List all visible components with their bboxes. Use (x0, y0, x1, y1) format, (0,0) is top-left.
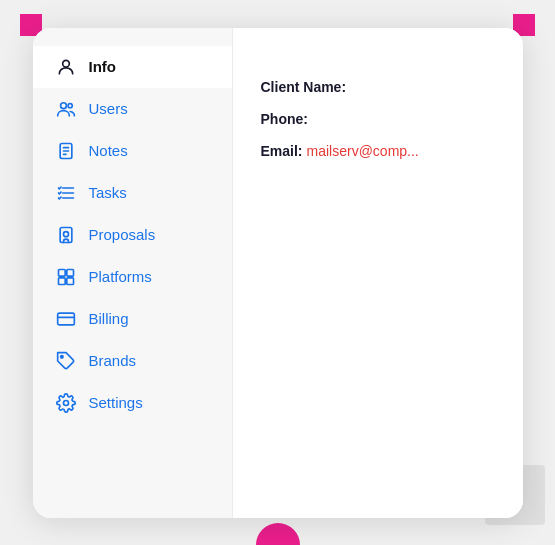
svg-rect-12 (58, 269, 65, 276)
svg-rect-10 (60, 227, 72, 242)
sidebar-item-settings[interactable]: Settings (33, 382, 232, 424)
svg-point-19 (63, 400, 68, 405)
sidebar-item-label-notes: Notes (89, 142, 128, 159)
sidebar-item-notes[interactable]: Notes (33, 130, 232, 172)
sidebar-item-label-users: Users (89, 100, 128, 117)
sidebar-item-info[interactable]: Info (33, 46, 232, 88)
svg-point-0 (62, 60, 69, 67)
svg-rect-13 (66, 269, 73, 276)
notes-icon (55, 140, 77, 162)
sidebar-item-proposals[interactable]: Proposals (33, 214, 232, 256)
svg-point-2 (68, 103, 72, 107)
users-icon (55, 98, 77, 120)
billing-icon (55, 308, 77, 330)
field-value-2: mailserv@comp... (307, 143, 419, 159)
sidebar-item-label-platforms: Platforms (89, 268, 152, 285)
tasks-icon (55, 182, 77, 204)
field-row-2: Email:mailserv@comp... (261, 142, 495, 160)
sidebar: InfoUsersNotesTasksProposalsPlatformsBil… (33, 28, 233, 518)
settings-icon (55, 392, 77, 414)
svg-rect-14 (58, 277, 65, 284)
sidebar-item-label-billing: Billing (89, 310, 129, 327)
svg-rect-16 (57, 313, 74, 325)
sidebar-item-label-proposals: Proposals (89, 226, 156, 243)
person-icon (55, 56, 77, 78)
field-label-1: Phone: (261, 111, 308, 127)
sidebar-item-users[interactable]: Users (33, 88, 232, 130)
svg-point-11 (63, 231, 68, 236)
svg-point-1 (60, 102, 66, 108)
sidebar-item-label-tasks: Tasks (89, 184, 127, 201)
field-label-2: Email: (261, 143, 303, 159)
sidebar-item-label-settings: Settings (89, 394, 143, 411)
platforms-icon (55, 266, 77, 288)
decorative-semi-bottom (256, 523, 300, 545)
app-container: InfoUsersNotesTasksProposalsPlatformsBil… (33, 28, 523, 518)
svg-rect-15 (66, 277, 73, 284)
svg-point-18 (60, 355, 63, 358)
field-label-0: Client Name: (261, 79, 347, 95)
main-content: Client Name:Phone:Email:mailserv@comp... (233, 28, 523, 518)
sidebar-item-label-brands: Brands (89, 352, 137, 369)
sidebar-item-platforms[interactable]: Platforms (33, 256, 232, 298)
field-row-0: Client Name: (261, 78, 495, 96)
sidebar-item-tasks[interactable]: Tasks (33, 172, 232, 214)
proposals-icon (55, 224, 77, 246)
sidebar-item-label-info: Info (89, 58, 117, 75)
sidebar-item-billing[interactable]: Billing (33, 298, 232, 340)
fields-container: Client Name:Phone:Email:mailserv@comp... (261, 78, 495, 160)
brands-icon (55, 350, 77, 372)
sidebar-item-brands[interactable]: Brands (33, 340, 232, 382)
field-row-1: Phone: (261, 110, 495, 128)
